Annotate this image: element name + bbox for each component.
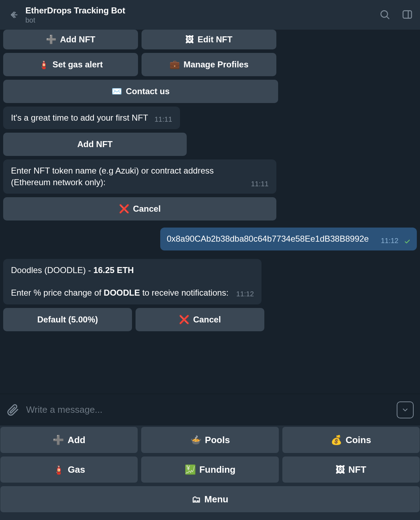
button-label: Menu [204, 494, 228, 505]
message-input[interactable] [26, 404, 390, 415]
extinguisher-icon: 🧯 [38, 60, 49, 69]
search-icon [379, 9, 390, 20]
briefcase-icon: 💼 [169, 60, 180, 69]
button-label: Manage Profiles [184, 60, 248, 69]
set-gas-alert-button[interactable]: 🧯 Set gas alert [3, 53, 138, 76]
bot-keyboard: ➕ Add 🍲 Pools 💰 Coins 🧯 Gas 💹 Funding 🖼 … [0, 425, 420, 520]
cancel-button[interactable]: ❌ Cancel [136, 308, 264, 331]
chart-icon: 💹 [185, 464, 196, 475]
header-title-block[interactable]: EtherDrops Tracking Bot bot [25, 6, 379, 24]
button-label: Set gas alert [53, 60, 103, 69]
cross-icon: ❌ [119, 204, 130, 214]
manage-profiles-button[interactable]: 💼 Manage Profiles [142, 53, 276, 76]
button-label: NFT [348, 464, 366, 475]
kb-add-button[interactable]: ➕ Add [0, 427, 138, 453]
user-message: 0x8a90CAb2b38dba80c64b7734e58Ee1dB38B899… [160, 228, 417, 250]
message-time: 11:11 [155, 115, 172, 123]
message-time: 11:12 [236, 289, 254, 299]
button-label: Edit NFT [198, 35, 233, 44]
kb-funding-button[interactable]: 💹 Funding [141, 456, 278, 483]
edit-nft-button[interactable]: 🖼 Edit NFT [142, 30, 276, 49]
back-button[interactable] [6, 7, 22, 23]
message-text: Doodles (DOODLE) - 16.25 ETH Enter % pri… [11, 265, 254, 299]
button-label: Add NFT [60, 35, 95, 44]
sidepanel-button[interactable] [402, 9, 414, 21]
chevron-down-icon [401, 406, 409, 414]
chat-header: EtherDrops Tracking Bot bot [0, 0, 420, 30]
contact-us-button[interactable]: ✉️ Contact us [3, 80, 278, 103]
kb-menu-button[interactable]: 🗂 Menu [0, 486, 420, 512]
envelope-icon: ✉️ [112, 86, 122, 96]
chat-subtitle: bot [25, 16, 379, 24]
bot-message: Doodles (DOODLE) - 16.25 ETH Enter % pri… [3, 259, 262, 304]
chat-title: EtherDrops Tracking Bot [25, 6, 379, 16]
kb-pools-button[interactable]: 🍲 Pools [141, 427, 278, 453]
extinguisher-icon: 🧯 [53, 464, 64, 475]
message-text: It's a great time to add your first NFT [11, 112, 148, 123]
button-label: Contact us [126, 86, 169, 96]
message-time: 11:12 [381, 237, 398, 245]
search-button[interactable] [379, 9, 391, 21]
default-percent-button[interactable]: Default (5.00%) [3, 308, 132, 331]
picture-icon: 🖼 [336, 464, 345, 475]
button-label: Pools [205, 435, 230, 446]
sent-check-icon [404, 238, 410, 245]
kb-gas-button[interactable]: 🧯 Gas [0, 456, 138, 483]
message-text: Enter NFT token name (e.g Azuki) or cont… [11, 165, 245, 188]
button-label: Add NFT [77, 139, 113, 149]
message-input-bar [0, 394, 420, 425]
paperclip-icon [6, 404, 19, 416]
button-label: Coins [346, 435, 371, 446]
button-label: Cancel [133, 204, 161, 214]
kb-nft-button[interactable]: 🖼 NFT [282, 456, 420, 483]
bot-keyboard-toggle[interactable] [397, 401, 414, 418]
button-label: Cancel [193, 315, 221, 325]
message-time: 11:11 [251, 180, 269, 188]
bot-message: It's a great time to add your first NFT … [3, 107, 180, 129]
plus-icon: ➕ [53, 435, 64, 446]
attach-button[interactable] [6, 404, 19, 416]
pools-icon: 🍲 [190, 435, 202, 446]
moneybag-icon: 💰 [331, 435, 342, 446]
add-nft-button[interactable]: ➕ Add NFT [3, 30, 138, 49]
kb-coins-button[interactable]: 💰 Coins [282, 427, 420, 453]
bot-message: Enter NFT token name (e.g Azuki) or cont… [3, 159, 276, 194]
arrow-left-icon [9, 10, 19, 20]
svg-rect-3 [403, 11, 412, 18]
chat-area[interactable]: ➕ Add NFT 🖼 Edit NFT 🧯 Set gas alert 💼 M… [0, 30, 420, 394]
cross-icon: ❌ [179, 315, 190, 325]
message-text: 0x8a90CAb2b38dba80c64b7734e58Ee1dB38B899… [167, 233, 369, 244]
cancel-button[interactable]: ❌ Cancel [3, 197, 276, 220]
plus-icon: ➕ [46, 35, 56, 44]
sidepanel-icon [402, 9, 413, 20]
folder-icon: 🗂 [192, 494, 201, 505]
add-nft-inline-button[interactable]: Add NFT [3, 133, 187, 156]
svg-line-2 [387, 17, 389, 19]
button-label: Add [67, 435, 85, 446]
picture-icon: 🖼 [186, 35, 194, 44]
button-label: Default (5.00%) [37, 315, 98, 325]
button-label: Funding [199, 464, 236, 475]
button-label: Gas [68, 464, 85, 475]
